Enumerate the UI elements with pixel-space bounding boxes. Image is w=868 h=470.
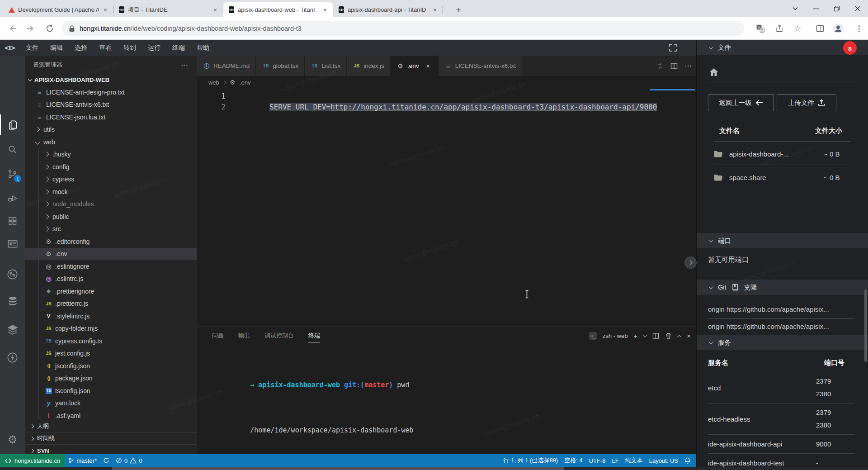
tree-root[interactable]: APISIX-DASHBOARD-WEB	[25, 74, 197, 86]
shell-label[interactable]: zsh - web	[603, 332, 628, 339]
problems-item[interactable]: 0 0	[113, 457, 145, 464]
address-bar[interactable]: hongxi.titanide.cn/ide/web/coding/apisix…	[61, 21, 744, 36]
tree-item[interactable]: jest.config.js	[25, 347, 197, 360]
compare-changes-icon[interactable]	[656, 62, 664, 70]
editor-tab[interactable]: List.tsx	[305, 56, 347, 76]
split-editor-icon[interactable]	[670, 62, 678, 70]
menu-item[interactable]: 查看	[93, 40, 118, 56]
settings-gear-icon[interactable]: ⚙	[0, 429, 25, 450]
split-screen-icon[interactable]	[815, 23, 826, 34]
user-avatar[interactable]: a	[843, 41, 857, 55]
remote-indicator[interactable]: hongxi.titanide.cn	[0, 454, 65, 467]
git-section-header[interactable]: Git 克隆	[697, 280, 868, 295]
bookmark-star-icon[interactable]: ☆	[792, 23, 803, 34]
reload-button[interactable]	[44, 23, 55, 34]
close-panel-icon[interactable]: ×	[687, 332, 691, 340]
menu-item[interactable]: 转到	[118, 40, 142, 56]
share-icon[interactable]	[774, 23, 785, 34]
sidebar-section-header[interactable]: 时间线	[25, 432, 197, 444]
tree-item[interactable]: yarn.lock	[25, 397, 197, 410]
sidebar-section-header[interactable]: 大纲	[25, 420, 197, 432]
tree-item[interactable]: src	[25, 223, 197, 236]
ports-section-header[interactable]: 端口	[697, 233, 868, 248]
git-remote-row[interactable]: origin https://github.com/apache/apisix.…	[708, 323, 857, 330]
fullscreen-icon[interactable]	[669, 44, 677, 52]
panel-tab[interactable]: 问题	[207, 327, 229, 344]
tree-item[interactable]: .prettierignore	[25, 285, 197, 298]
cursor-position[interactable]: 行 1, 列 1 (已选择89)	[500, 456, 561, 465]
tab-close-icon[interactable]	[321, 6, 329, 14]
source-control-icon[interactable]: 1	[0, 163, 25, 184]
editor-tab[interactable]: global.tsx	[256, 56, 305, 76]
services-section-header[interactable]: 服务	[697, 335, 868, 350]
close-window-button[interactable]	[847, 0, 868, 17]
more-actions-icon[interactable]: ⋯	[684, 62, 692, 70]
forward-button[interactable]	[25, 23, 36, 34]
sync-item[interactable]	[100, 457, 113, 464]
language-mode[interactable]: 纯文本	[622, 456, 646, 465]
panel-tab[interactable]: 调试控制台	[259, 327, 299, 344]
profile-avatar[interactable]	[833, 23, 844, 34]
browser-tab[interactable]: apisix-dashboard-api - TitanID	[333, 2, 443, 17]
code-env-url-link[interactable]: http://hongxi.titanide.cn/app/apisix-das…	[330, 103, 657, 111]
tree-item[interactable]: copy-folder.mjs	[25, 323, 197, 335]
tree-item[interactable]: node_modules	[25, 198, 197, 211]
tree-item[interactable]: mock	[25, 185, 197, 198]
pipeline-icon[interactable]	[0, 264, 25, 285]
service-row[interactable]: ide-apisix-dashboard-api 9000	[708, 435, 854, 454]
editor-tab[interactable]: index.js	[347, 56, 391, 76]
tree-item[interactable]: .husky	[25, 148, 197, 161]
breadcrumb-file[interactable]: .env	[240, 79, 251, 86]
tab-close-icon[interactable]	[431, 6, 439, 14]
panel-expand-handle[interactable]	[684, 256, 697, 269]
new-tab-button[interactable]: +	[452, 4, 465, 16]
code-area[interactable]: 1 2 SERVE_URL_DEV=http://hongxi.titanide…	[197, 89, 696, 327]
tree-item[interactable]: LICENSE-antvis-x6.txt	[25, 99, 197, 111]
power-icon[interactable]	[0, 347, 25, 368]
tree-item[interactable]: .eslintrc.js	[25, 273, 197, 285]
breadcrumb-folder[interactable]: web	[208, 79, 219, 86]
file-row[interactable]: space.share ~ 0 B	[714, 167, 851, 187]
tree-item[interactable]: web	[25, 136, 197, 148]
split-terminal-icon[interactable]	[652, 332, 659, 339]
upload-file-button[interactable]: 上传文件	[777, 94, 836, 111]
service-row[interactable]: etcd 2379 2380	[708, 372, 854, 404]
back-button[interactable]	[7, 23, 18, 34]
new-terminal-icon[interactable]: +	[633, 332, 637, 340]
home-icon[interactable]	[709, 68, 718, 76]
tree-item[interactable]: tsconfig.json	[25, 385, 197, 397]
menu-item[interactable]: 编辑	[44, 40, 69, 56]
encoding[interactable]: UTF-8	[586, 457, 609, 464]
keyboard-layout[interactable]: Layout: US	[646, 457, 681, 464]
translate-icon[interactable]: G文	[755, 23, 766, 34]
tree-item[interactable]: .editorconfig	[25, 235, 197, 248]
layers-icon[interactable]	[0, 319, 25, 340]
run-debug-icon[interactable]	[0, 188, 25, 209]
go-up-button[interactable]: 返回上一级	[708, 94, 774, 111]
extensions-icon[interactable]	[0, 211, 25, 232]
tree-item[interactable]: .prettierrc.js	[25, 298, 197, 310]
search-icon[interactable]	[0, 139, 25, 160]
restore-button[interactable]	[826, 0, 847, 17]
file-row[interactable]: apisix-dashboard-... ~ 0 B	[714, 144, 851, 164]
menu-item[interactable]: 文件	[20, 40, 44, 56]
editor-tab[interactable]: .env	[391, 56, 439, 76]
breadcrumb[interactable]: web .env	[197, 76, 696, 89]
tree-item[interactable]: config	[25, 161, 197, 173]
explorer-icon[interactable]	[0, 114, 25, 135]
git-branch-item[interactable]: master*	[65, 457, 100, 464]
git-remote-row[interactable]: origin https://github.com/apache/apisix.…	[708, 305, 857, 313]
panel-tab[interactable]: 输出	[233, 327, 255, 344]
browser-tab[interactable]: Development Guide | Apache A	[4, 2, 113, 17]
tree-item[interactable]: jsconfig.json	[25, 360, 197, 372]
files-section-header[interactable]: 文件 a	[697, 40, 868, 55]
tree-item[interactable]: .stylelintrc.js	[25, 310, 197, 323]
minimize-button[interactable]	[806, 0, 826, 17]
browser-tab[interactable]: apisix-dashboard-web - TitanI	[223, 2, 333, 17]
tree-item[interactable]: cypress	[25, 173, 197, 186]
tab-close-icon[interactable]	[212, 6, 219, 14]
tab-search-chevron-icon[interactable]	[785, 0, 806, 17]
notifications-bell-icon[interactable]	[681, 457, 696, 464]
terminal[interactable]: →apisix-dashboard-webgit:(master)pwd /ho…	[209, 353, 422, 470]
sidebar-section-header[interactable]: SVN	[25, 444, 197, 454]
